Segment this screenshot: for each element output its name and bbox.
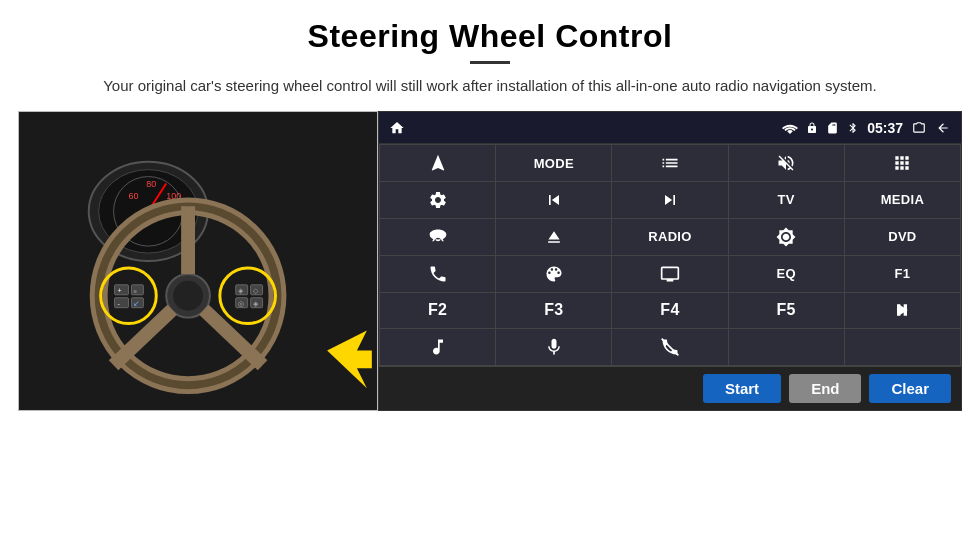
start-button[interactable]: Start — [703, 374, 781, 403]
subtitle: Your original car's steering wheel contr… — [0, 74, 980, 111]
settings-circle-button[interactable] — [380, 182, 495, 218]
clear-button[interactable]: Clear — [869, 374, 951, 403]
swirl-button[interactable] — [496, 256, 611, 292]
main-content: 60 80 100 + - ≡ — [0, 111, 980, 411]
svg-text:↙: ↙ — [133, 299, 140, 308]
music-button[interactable] — [380, 329, 495, 365]
svg-text:+: + — [118, 287, 122, 294]
brightness-button[interactable] — [729, 219, 844, 255]
status-bar-right: 05:37 — [782, 120, 951, 136]
button-grid: MODE TV MEDIA 360 — [379, 144, 961, 366]
list-button[interactable] — [612, 145, 727, 181]
camera-360-button[interactable]: 360 — [380, 219, 495, 255]
lock-icon — [806, 121, 818, 135]
f3-button[interactable]: F3 — [496, 293, 611, 329]
screenshot-icon — [911, 121, 927, 135]
f1-button[interactable]: F1 — [845, 256, 960, 292]
f2-button[interactable]: F2 — [380, 293, 495, 329]
mute-button[interactable] — [729, 145, 844, 181]
end-button[interactable]: End — [789, 374, 861, 403]
play-pause-button[interactable] — [845, 293, 960, 329]
home-icon — [389, 120, 405, 136]
phone-mute-button[interactable] — [612, 329, 727, 365]
f5-button[interactable]: F5 — [729, 293, 844, 329]
steering-wheel-image: 60 80 100 + - ≡ — [18, 111, 378, 411]
back-icon — [935, 121, 951, 135]
mode-button[interactable]: MODE — [496, 145, 611, 181]
title-divider — [470, 61, 510, 64]
sd-icon — [826, 121, 839, 135]
f4-button[interactable]: F4 — [612, 293, 727, 329]
radio-button[interactable]: RADIO — [612, 219, 727, 255]
svg-text:≡: ≡ — [133, 288, 137, 294]
status-bar: 05:37 — [379, 112, 961, 144]
screen-button[interactable] — [612, 256, 727, 292]
next-button[interactable] — [612, 182, 727, 218]
wifi-icon — [782, 122, 798, 134]
apps-button[interactable] — [845, 145, 960, 181]
media-button[interactable]: MEDIA — [845, 182, 960, 218]
page-title: Steering Wheel Control — [0, 0, 980, 61]
status-bar-left — [389, 120, 405, 136]
eject-button[interactable] — [496, 219, 611, 255]
tv-button[interactable]: TV — [729, 182, 844, 218]
svg-rect-0 — [19, 112, 377, 410]
prev-button[interactable] — [496, 182, 611, 218]
bottom-bar: Start End Clear — [379, 366, 961, 410]
phone-button[interactable] — [380, 256, 495, 292]
dvd-button[interactable]: DVD — [845, 219, 960, 255]
eq-button[interactable]: EQ — [729, 256, 844, 292]
svg-text:◎: ◎ — [238, 300, 244, 307]
empty-btn-2[interactable] — [845, 329, 960, 365]
svg-text:-: - — [118, 300, 120, 307]
radio-panel: 05:37 MODE — [378, 111, 962, 411]
svg-point-11 — [173, 281, 203, 311]
bluetooth-icon — [847, 120, 859, 136]
svg-text:60: 60 — [128, 192, 138, 202]
nav-button[interactable] — [380, 145, 495, 181]
mic-button[interactable] — [496, 329, 611, 365]
status-time: 05:37 — [867, 120, 903, 136]
empty-btn-1[interactable] — [729, 329, 844, 365]
svg-text:80: 80 — [146, 180, 156, 190]
